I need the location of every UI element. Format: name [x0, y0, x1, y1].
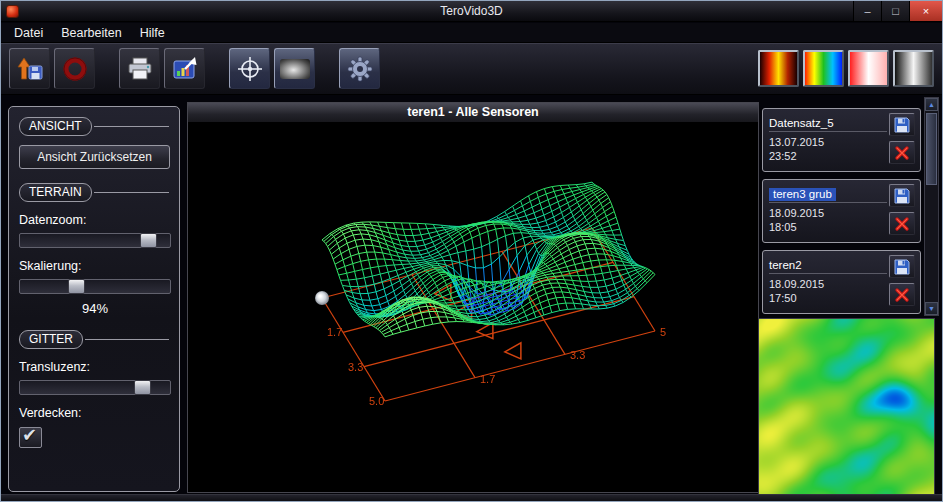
floppy-icon — [893, 187, 911, 205]
view-settings-panel: ANSICHT Ansicht Zurücksetzen TERRAIN Dat… — [8, 106, 180, 492]
delete-x-icon — [893, 215, 911, 233]
dataset-card: Datensatz_5 13.07.2015 23:52 — [762, 108, 921, 172]
dataset-name-row: Datensatz_5 — [769, 113, 887, 132]
dataset-load-button[interactable] — [889, 255, 915, 278]
palette-hot-button[interactable] — [758, 50, 799, 87]
dataset-list: Datensatz_5 13.07.2015 23:52 — [762, 108, 921, 314]
slider-handle[interactable] — [134, 380, 151, 395]
app-icon — [6, 5, 19, 18]
group-rule — [94, 192, 169, 193]
delete-x-icon — [893, 144, 911, 162]
scrollbar-track[interactable] — [925, 111, 938, 302]
statusbar — [1, 494, 942, 501]
group-gitter: GITTER — [19, 330, 169, 349]
window-controls: – □ × — [853, 1, 942, 21]
dataset-date: 18.09.2015 — [769, 277, 887, 291]
minimize-button[interactable]: – — [853, 1, 881, 21]
scroll-up-icon[interactable]: ▲ — [925, 98, 938, 111]
dataset-scrollbar: ▲ ▼ — [924, 97, 939, 316]
print-button[interactable] — [119, 48, 160, 89]
dataset-name[interactable]: teren3 grub — [769, 188, 836, 201]
floppy-icon — [893, 116, 911, 134]
maximize-button[interactable]: □ — [881, 1, 909, 21]
dataset-delete-button[interactable] — [889, 141, 915, 164]
dataset-buttons — [887, 113, 917, 167]
group-label-gitter: GITTER — [19, 330, 83, 349]
floppy-icon — [893, 258, 911, 276]
dataset-name-row: teren2 — [769, 255, 887, 274]
settings-button[interactable] — [339, 48, 380, 89]
center-view-button[interactable] — [229, 48, 270, 89]
plot-title: teren1 - Alle Sensoren — [188, 103, 758, 122]
group-label-terrain: TERRAIN — [19, 183, 92, 202]
plot-area: teren1 - Alle Sensoren — [187, 102, 759, 493]
export-chart-button[interactable] — [164, 48, 205, 89]
menubar: Datei Bearbeiten Hilfe — [1, 23, 942, 43]
group-rule — [94, 126, 169, 127]
menu-bearbeiten[interactable]: Bearbeiten — [52, 24, 130, 42]
dataset-date: 13.07.2015 — [769, 135, 887, 149]
dataset-info: teren3 grub 18.09.2015 18:05 — [769, 184, 887, 238]
scrollbar-thumb[interactable] — [926, 113, 937, 185]
export-chart-icon — [171, 55, 199, 83]
dataset-name[interactable]: Datensatz_5 — [769, 117, 836, 131]
app-window: TeroVido3D – □ × Datei Bearbeiten Hilfe — [0, 0, 943, 502]
dataset-name-row: teren3 grub — [769, 184, 887, 203]
group-terrain: TERRAIN — [19, 183, 169, 202]
skalierung-label: Skalierung: — [19, 259, 169, 273]
gear-icon — [346, 55, 374, 83]
skalierung-slider[interactable] — [19, 279, 171, 294]
dataset-info: teren2 18.09.2015 17:50 — [769, 255, 887, 309]
heatmap-canvas[interactable] — [759, 319, 934, 499]
dataset-info: Datensatz_5 13.07.2015 23:52 — [769, 113, 887, 167]
close-button[interactable]: × — [909, 1, 942, 21]
dataset-card: teren3 grub 18.09.2015 18:05 — [762, 179, 921, 243]
dataset-delete-button[interactable] — [889, 283, 915, 306]
palette-grayscale-button[interactable] — [893, 50, 934, 87]
window-title: TeroVido3D — [1, 4, 942, 18]
slider-handle[interactable] — [140, 233, 157, 248]
menu-datei[interactable]: Datei — [5, 24, 52, 42]
group-ansicht: ANSICHT — [19, 117, 169, 136]
delete-x-icon — [893, 286, 911, 304]
dataset-time: 23:52 — [769, 149, 887, 163]
preview-3d-button[interactable] — [274, 48, 315, 89]
menu-hilfe[interactable]: Hilfe — [131, 24, 174, 42]
reset-view-button[interactable]: Ansicht Zurücksetzen — [19, 145, 170, 169]
open-file-icon — [16, 55, 44, 83]
palette-rainbow-button[interactable] — [803, 50, 844, 87]
dataset-card: teren2 18.09.2015 17:50 — [762, 250, 921, 314]
transluzenz-slider[interactable] — [19, 380, 171, 395]
datenzoom-slider[interactable] — [19, 233, 171, 248]
group-rule — [85, 339, 169, 340]
scroll-down-icon[interactable]: ▼ — [925, 302, 938, 315]
dataset-time: 18:05 — [769, 220, 887, 234]
skalierung-percent: 94% — [19, 301, 171, 316]
palette-red-white-button[interactable] — [848, 50, 889, 87]
record-icon — [61, 55, 89, 83]
datenzoom-label: Datenzoom: — [19, 213, 169, 227]
printer-icon — [126, 55, 154, 83]
dataset-buttons — [887, 184, 917, 238]
titlebar: TeroVido3D – □ × — [1, 1, 942, 22]
surface-canvas[interactable] — [188, 122, 758, 492]
dataset-time: 17:50 — [769, 291, 887, 305]
dataset-name[interactable]: teren2 — [769, 259, 804, 273]
check-icon: ✔ — [22, 424, 37, 446]
open-file-button[interactable] — [9, 48, 50, 89]
dataset-delete-button[interactable] — [889, 212, 915, 235]
transluzenz-label: Transluzenz: — [19, 360, 169, 374]
verdecken-checkbox[interactable]: ✔ — [19, 427, 42, 448]
group-label-ansicht: ANSICHT — [19, 117, 92, 136]
preview-3d-icon — [280, 59, 310, 79]
dataset-buttons — [887, 255, 917, 309]
record-button[interactable] — [54, 48, 95, 89]
verdecken-label: Verdecken: — [19, 406, 169, 420]
dataset-date: 18.09.2015 — [769, 206, 887, 220]
slider-handle[interactable] — [68, 279, 85, 294]
dataset-load-button[interactable] — [889, 113, 915, 136]
toolbar — [1, 43, 942, 95]
crosshair-icon — [236, 55, 264, 83]
heatmap-preview — [758, 318, 935, 500]
dataset-load-button[interactable] — [889, 184, 915, 207]
